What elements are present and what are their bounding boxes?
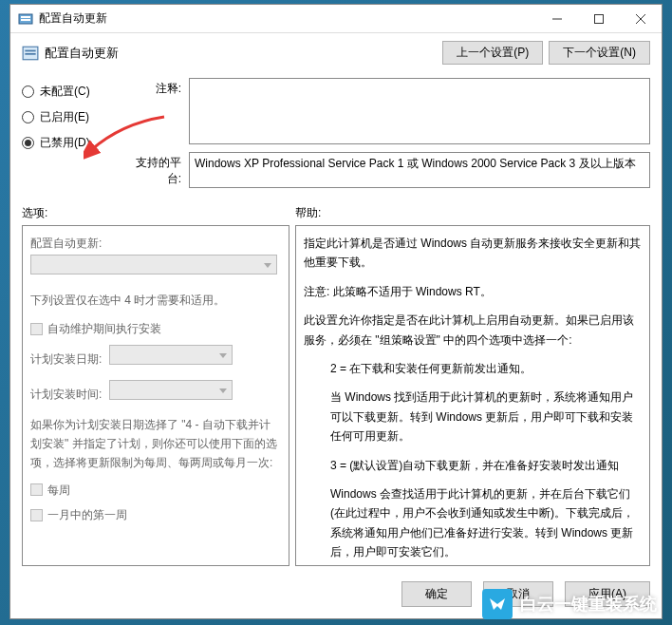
policy-icon [22, 45, 39, 62]
fields: 注释: 支持的平台: Windows XP Professional Servi… [126, 78, 650, 196]
policy-title: 配置自动更新 [45, 45, 437, 62]
state-radios: 未配置(C) 已启用(E) 已禁用(D) [22, 78, 126, 196]
titlebar: 配置自动更新 [10, 5, 662, 33]
radio-not-configured[interactable]: 未配置(C) [22, 84, 126, 100]
help-text: 指定此计算机是否通过 Windows 自动更新服务来接收安全更新和其他重要下载。 [304, 234, 642, 273]
checkbox-icon [30, 323, 43, 335]
platform-box: Windows XP Professional Service Pack 1 或… [189, 152, 650, 188]
panels: 配置自动更新: 下列设置仅在选中 4 时才需要和适用。 自动维护期间执行安装 计… [10, 225, 662, 574]
weekly-label: 每周 [47, 481, 70, 500]
options-section-label: 选项: [22, 205, 295, 221]
platform-text: Windows XP Professional Service Pack 1 或… [195, 157, 636, 170]
first-week-label: 一月中的第一周 [47, 505, 127, 524]
help-text: 2 = 在下载和安装任何更新前发出通知。 [304, 359, 642, 378]
svg-rect-9 [25, 53, 35, 55]
install-date-select [109, 345, 233, 365]
config-area: 未配置(C) 已启用(E) 已禁用(D) 注释: 支持的平台: Windows … [10, 74, 662, 203]
options-panel[interactable]: 配置自动更新: 下列设置仅在选中 4 时才需要和适用。 自动维护期间执行安装 计… [22, 225, 289, 566]
radio-icon [22, 111, 34, 123]
radio-icon [22, 137, 34, 149]
app-icon [18, 11, 33, 27]
help-panel[interactable]: 指定此计算机是否通过 Windows 自动更新服务来接收安全更新和其他重要下载。… [295, 225, 650, 566]
weekly-checkbox-row: 每周 [30, 481, 281, 500]
radio-label: 未配置(C) [40, 84, 90, 100]
watermark-text: 白云一键重装系统 [520, 593, 657, 616]
comment-label: 注释: [126, 78, 189, 144]
platform-label: 支持的平台: [126, 152, 189, 188]
svg-rect-2 [21, 19, 30, 21]
maximize-button[interactable] [578, 5, 620, 33]
radio-disabled[interactable]: 已禁用(D) [22, 135, 126, 151]
options-note: 下列设置仅在选中 4 时才需要和适用。 [30, 291, 281, 310]
checkbox-icon [30, 509, 43, 521]
install-date-label: 计划安装日期: [30, 350, 102, 369]
configure-update-select [30, 255, 277, 275]
svg-rect-8 [25, 49, 35, 51]
minimize-button[interactable] [536, 5, 578, 33]
help-section-label: 帮助: [295, 205, 321, 221]
ok-button[interactable]: 确定 [401, 581, 472, 607]
comment-input[interactable] [189, 78, 650, 144]
maintenance-checkbox-row: 自动维护期间执行安装 [30, 319, 281, 338]
maintenance-label: 自动维护期间执行安装 [47, 319, 161, 338]
configure-update-label: 配置自动更新: [30, 234, 281, 253]
section-labels: 选项: 帮助: [10, 203, 662, 225]
radio-enabled[interactable]: 已启用(E) [22, 109, 126, 125]
window-title: 配置自动更新 [39, 10, 536, 27]
checkbox-icon [30, 483, 43, 496]
header: 配置自动更新 上一个设置(P) 下一个设置(N) [10, 33, 662, 74]
install-time-select [109, 380, 233, 400]
radio-label: 已启用(E) [40, 109, 89, 125]
next-setting-button[interactable]: 下一个设置(N) [549, 41, 650, 65]
watermark-logo-icon [482, 589, 513, 619]
first-week-checkbox-row: 一月中的第一周 [30, 505, 281, 524]
help-text: Windows 会查找适用于此计算机的更新，并在后台下载它们(在此过程中，用户不… [304, 484, 642, 562]
help-text: 此设置允许你指定是否在此计算机上启用自动更新。如果已启用该服务，必须在 "组策略… [304, 311, 642, 350]
svg-rect-4 [595, 14, 604, 23]
install-time-label: 计划安装时间: [30, 385, 102, 404]
radio-icon [22, 85, 34, 98]
watermark: 白云一键重装系统 [482, 589, 657, 619]
help-text: 3 = (默认设置)自动下载更新，并在准备好安装时发出通知 [304, 456, 642, 475]
radio-label: 已禁用(D) [40, 135, 90, 151]
prev-setting-button[interactable]: 上一个设置(P) [442, 41, 543, 65]
svg-rect-1 [21, 16, 30, 18]
options-paragraph: 如果你为计划安装日期选择了 "4 - 自动下载并计划安装" 并指定了计划，则你还… [30, 415, 281, 473]
policy-editor-window: 配置自动更新 配置自动更新 上一个设置(P) 下一个设置(N) 未配置(C) 已… [9, 4, 663, 619]
help-text: 注意: 此策略不适用于 Windows RT。 [304, 282, 642, 301]
help-text: 当 Windows 找到适用于此计算机的更新时，系统将通知用户可以下载更新。转到… [304, 388, 642, 445]
close-button[interactable] [620, 5, 662, 33]
